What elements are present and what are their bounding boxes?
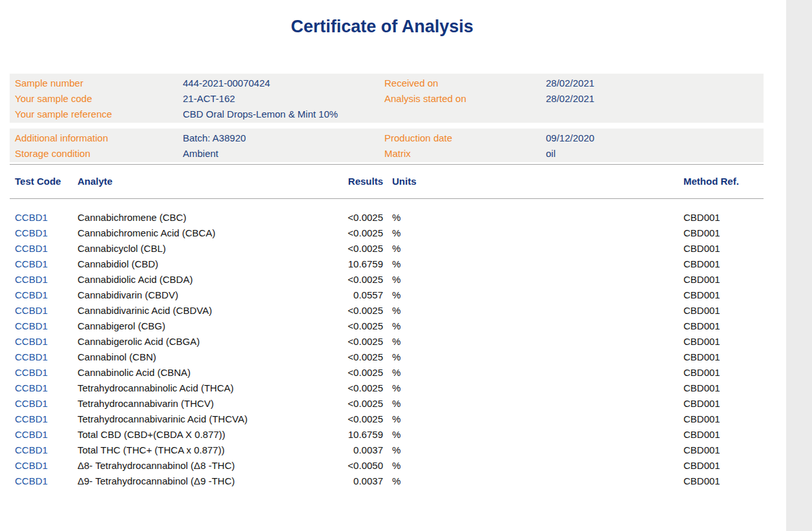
method-ref-cell: CBD001 <box>425 411 764 427</box>
method-ref-cell: CBD001 <box>425 241 764 256</box>
result-cell: <0.0025 <box>297 241 383 256</box>
method-ref-cell: CBD001 <box>425 287 764 303</box>
additional-info-right-column: Production date 09/12/2020 Matrix oil <box>384 130 764 161</box>
table-row: CCBD1 Total CBD (CBD+(CBDA X 0.877)) 10.… <box>10 427 764 443</box>
test-code-cell: CCBD1 <box>10 396 78 411</box>
column-header-analyte: Analyte <box>78 176 297 187</box>
test-code-cell: CCBD1 <box>10 365 78 380</box>
column-header-units: Units <box>383 176 425 187</box>
table-row: CCBD1 Tetrahydrocannabinolic Acid (THCA)… <box>10 380 764 396</box>
additional-info-left-column: Additional information Batch: A38920 Sto… <box>15 130 384 161</box>
unit-cell: % <box>383 443 425 458</box>
info-field: Additional information Batch: A38920 <box>15 130 384 146</box>
page-title: Certificate of Analysis <box>0 17 764 37</box>
table-row: CCBD1 Cannabigerolic Acid (CBGA) <0.0025… <box>10 334 764 349</box>
method-ref-cell: CBD001 <box>425 256 764 272</box>
analyte-cell: Total CBD (CBD+(CBDA X 0.877)) <box>78 427 297 443</box>
unit-cell: % <box>383 396 425 411</box>
unit-cell: % <box>383 380 425 396</box>
table-row: CCBD1 Cannabidivarin (CBDV) 0.0557 % CBD… <box>10 287 764 303</box>
method-ref-cell: CBD001 <box>425 396 764 411</box>
info-field: Storage condition Ambient <box>15 146 384 161</box>
field-value: 28/02/2021 <box>546 91 594 107</box>
table-row: CCBD1 Tetrahydrocannabivarin (THCV) <0.0… <box>10 396 764 411</box>
table-row: CCBD1 Tetrahydrocannabivarinic Acid (THC… <box>10 411 764 427</box>
column-header-test-code: Test Code <box>10 176 78 187</box>
field-value: CBD Oral Drops-Lemon & Mint 10% <box>183 107 338 122</box>
unit-cell: % <box>383 225 425 241</box>
test-code-cell: CCBD1 <box>10 272 78 287</box>
table-row: CCBD1 Cannabicyclol (CBL) <0.0025 % CBD0… <box>10 241 764 256</box>
unit-cell: % <box>383 474 425 489</box>
field-value: Batch: A38920 <box>183 130 246 146</box>
unit-cell: % <box>383 318 425 334</box>
table-row: CCBD1 Cannabinol (CBN) <0.0025 % CBD001 <box>10 349 764 365</box>
test-code-cell: CCBD1 <box>10 210 78 225</box>
test-code-cell: CCBD1 <box>10 334 78 349</box>
result-cell: <0.0025 <box>297 303 383 318</box>
field-label: Your sample code <box>15 91 183 107</box>
method-ref-cell: CBD001 <box>425 427 764 443</box>
unit-cell: % <box>383 458 425 474</box>
info-field: Your sample reference CBD Oral Drops-Lem… <box>15 107 384 122</box>
field-label: Received on <box>384 76 546 91</box>
analyte-cell: Tetrahydrocannabivarinic Acid (THCVA) <box>78 411 297 427</box>
method-ref-cell: CBD001 <box>425 380 764 396</box>
test-code-cell: CCBD1 <box>10 474 78 489</box>
unit-cell: % <box>383 334 425 349</box>
test-code-cell: CCBD1 <box>10 241 78 256</box>
info-field: Matrix oil <box>384 146 764 161</box>
certificate-page: Certificate of Analysis Sample number 44… <box>0 17 786 489</box>
field-label: Storage condition <box>15 146 183 161</box>
analyte-cell: Cannabinolic Acid (CBNA) <box>78 365 297 380</box>
additional-info-box: Additional information Batch: A38920 Sto… <box>10 129 764 162</box>
field-value: 444-2021-00070424 <box>183 76 270 91</box>
result-cell: <0.0050 <box>297 458 383 474</box>
unit-cell: % <box>383 210 425 225</box>
unit-cell: % <box>383 272 425 287</box>
result-cell: <0.0025 <box>297 272 383 287</box>
field-value: 21-ACT-162 <box>183 91 235 107</box>
method-ref-cell: CBD001 <box>425 303 764 318</box>
table-row: CCBD1 Total THC (THC+ (THCA x 0.877)) 0.… <box>10 443 764 458</box>
analyte-cell: Total THC (THC+ (THCA x 0.877)) <box>78 443 297 458</box>
unit-cell: % <box>383 365 425 380</box>
info-field: Received on 28/02/2021 <box>384 76 764 91</box>
result-cell: <0.0025 <box>297 396 383 411</box>
result-cell: <0.0025 <box>297 334 383 349</box>
results-table-header: Test Code Analyte Results Units Method R… <box>10 170 764 193</box>
result-cell: <0.0025 <box>297 411 383 427</box>
method-ref-cell: CBD001 <box>425 225 764 241</box>
divider <box>10 198 764 199</box>
method-ref-cell: CBD001 <box>425 474 764 489</box>
unit-cell: % <box>383 256 425 272</box>
analyte-cell: Cannabigerol (CBG) <box>78 318 297 334</box>
method-ref-cell: CBD001 <box>425 365 764 380</box>
info-field: Your sample code 21-ACT-162 <box>15 91 384 107</box>
method-ref-cell: CBD001 <box>425 349 764 365</box>
table-row: CCBD1 Cannabidiol (CBD) 10.6759 % CBD001 <box>10 256 764 272</box>
results-table-body: CCBD1 Cannabichromene (CBC) <0.0025 % CB… <box>0 204 786 489</box>
info-field: Sample number 444-2021-00070424 <box>15 76 384 91</box>
test-code-cell: CCBD1 <box>10 411 78 427</box>
result-cell: 0.0557 <box>297 287 383 303</box>
unit-cell: % <box>383 349 425 365</box>
method-ref-cell: CBD001 <box>425 210 764 225</box>
analyte-cell: Cannabichromenic Acid (CBCA) <box>78 225 297 241</box>
table-row: CCBD1 Cannabigerol (CBG) <0.0025 % CBD00… <box>10 318 764 334</box>
method-ref-cell: CBD001 <box>425 272 764 287</box>
method-ref-cell: CBD001 <box>425 334 764 349</box>
test-code-cell: CCBD1 <box>10 318 78 334</box>
unit-cell: % <box>383 411 425 427</box>
field-value: 28/02/2021 <box>546 76 594 91</box>
analyte-cell: Cannabinol (CBN) <box>78 349 297 365</box>
table-row: CCBD1 Cannabichromenic Acid (CBCA) <0.00… <box>10 225 764 241</box>
unit-cell: % <box>383 427 425 443</box>
field-value: 09/12/2020 <box>546 130 594 146</box>
result-cell: <0.0025 <box>297 349 383 365</box>
table-row: CCBD1 Δ9- Tetrahydrocannabinol (Δ9 -THC)… <box>10 474 764 489</box>
test-code-cell: CCBD1 <box>10 349 78 365</box>
analyte-cell: Cannabichromene (CBC) <box>78 210 297 225</box>
field-label: Your sample reference <box>15 107 183 122</box>
field-label: Analysis started on <box>384 91 546 107</box>
